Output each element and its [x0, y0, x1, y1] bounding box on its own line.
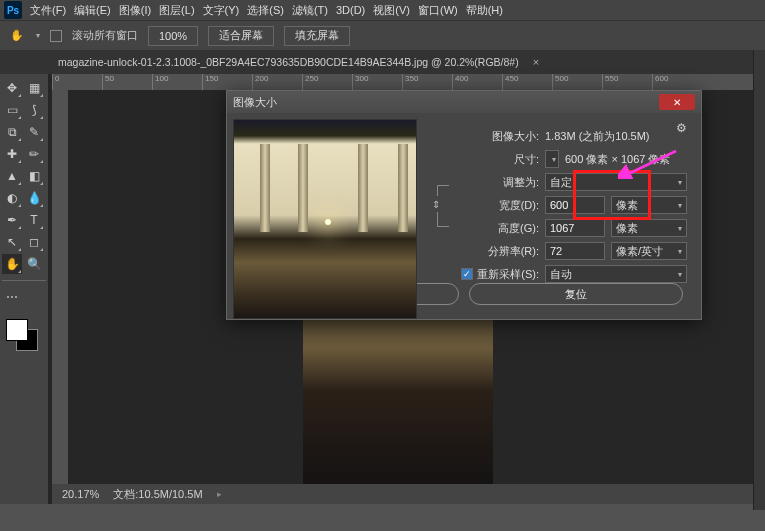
menu-help[interactable]: 帮助(H)	[466, 3, 503, 18]
healing-tool[interactable]: ✚	[2, 144, 22, 164]
menu-edit[interactable]: 编辑(E)	[74, 3, 111, 18]
stamp-tool[interactable]: ▲	[2, 166, 22, 186]
menu-window[interactable]: 窗口(W)	[418, 3, 458, 18]
collapsed-panels[interactable]	[753, 50, 765, 510]
foreground-color[interactable]	[6, 319, 28, 341]
options-bar: ✋ ▾ 滚动所有窗口 100% 适合屏幕 填充屏幕	[0, 20, 765, 50]
dimensions-unit-dropdown[interactable]: ▾	[545, 150, 559, 168]
menu-file[interactable]: 文件(F)	[30, 3, 66, 18]
dialog-close-button[interactable]: ✕	[659, 94, 695, 110]
marquee-tool[interactable]: ▭	[2, 100, 22, 120]
height-unit-select[interactable]: 像素▾	[611, 219, 687, 237]
resample-select[interactable]: 自动▾	[545, 265, 687, 283]
shape-tool[interactable]: ◻	[24, 232, 44, 252]
scroll-all-checkbox[interactable]	[50, 30, 62, 42]
eraser-tool[interactable]: ◧	[24, 166, 44, 186]
menu-3d[interactable]: 3D(D)	[336, 4, 365, 16]
hand-tool-icon: ✋	[8, 27, 26, 45]
blur-tool[interactable]: 💧	[24, 188, 44, 208]
pen-tool[interactable]: ✒	[2, 210, 22, 230]
menu-layer[interactable]: 图层(L)	[159, 3, 194, 18]
document-tab-bar: magazine-unlock-01-2.3.1008-_0BF29A4EC79…	[0, 50, 765, 74]
menu-type[interactable]: 文字(Y)	[203, 3, 240, 18]
color-swatches[interactable]	[2, 317, 42, 357]
dialog-title: 图像大小	[233, 95, 277, 110]
gear-icon[interactable]: ⚙	[676, 121, 687, 135]
image-size-dialog: 图像大小 ✕ ⚙ 图像大小: 1.83M (之前为10.5M) 尺寸: ▾ 60…	[226, 90, 702, 320]
menu-image[interactable]: 图像(I)	[119, 3, 151, 18]
reset-button[interactable]: 复位	[469, 283, 683, 305]
eyedropper-tool[interactable]: ✎	[24, 122, 44, 142]
width-unit-select[interactable]: 像素▾	[611, 196, 687, 214]
status-doc-size[interactable]: 文档:10.5M/10.5M	[113, 487, 202, 502]
fill-screen-button[interactable]: 填充屏幕	[284, 26, 350, 46]
resolution-input[interactable]	[545, 242, 605, 260]
document-tab[interactable]: magazine-unlock-01-2.3.1008-_0BF29A4EC79…	[58, 56, 519, 68]
brush-tool[interactable]: ✏	[24, 144, 44, 164]
menubar: Ps 文件(F) 编辑(E) 图像(I) 图层(L) 文字(Y) 选择(S) 滤…	[0, 0, 765, 20]
ps-logo: Ps	[4, 1, 22, 19]
status-zoom[interactable]: 20.17%	[62, 488, 99, 500]
vertical-ruler	[52, 90, 68, 504]
menu-select[interactable]: 选择(S)	[247, 3, 284, 18]
type-tool[interactable]: T	[24, 210, 44, 230]
dimensions-label: 尺寸:	[427, 152, 545, 167]
move-tool[interactable]: ✥	[2, 78, 22, 98]
menu-filter[interactable]: 滤镜(T)	[292, 3, 328, 18]
width-input[interactable]	[545, 196, 605, 214]
resolution-label: 分辨率(R):	[427, 244, 545, 259]
resolution-unit-select[interactable]: 像素/英寸▾	[611, 242, 687, 260]
height-input[interactable]	[545, 219, 605, 237]
constrain-proportions-icon[interactable]: ⇕	[429, 196, 443, 212]
dimensions-value: 600 像素 × 1067 像素	[565, 152, 670, 167]
resample-label: 重新采样(S):	[477, 267, 539, 282]
menu-view[interactable]: 视图(V)	[373, 3, 410, 18]
status-bar: 20.17% 文档:10.5M/10.5M ▸	[52, 484, 765, 504]
image-size-label: 图像大小:	[427, 129, 545, 144]
gradient-tool[interactable]: ◐	[2, 188, 22, 208]
image-preview	[233, 119, 417, 319]
status-flyout-icon[interactable]: ▸	[217, 489, 222, 499]
crop-tool[interactable]: ⧉	[2, 122, 22, 142]
fit-screen-button[interactable]: 适合屏幕	[208, 26, 274, 46]
dialog-titlebar[interactable]: 图像大小 ✕	[227, 91, 701, 113]
resample-checkbox[interactable]: ✓	[461, 268, 473, 280]
edit-toolbar[interactable]: ⋯	[2, 287, 22, 307]
artboard-tool[interactable]: ▦	[24, 78, 44, 98]
horizontal-ruler: 050100 150200250 300350400 450500550 600	[52, 74, 765, 90]
path-tool[interactable]: ↖	[2, 232, 22, 252]
tab-close-icon[interactable]: ×	[533, 56, 539, 68]
hand-tool[interactable]: ✋	[2, 254, 22, 274]
image-size-value: 1.83M (之前为10.5M)	[545, 129, 650, 144]
lasso-tool[interactable]: ⟆	[24, 100, 44, 120]
scroll-all-label: 滚动所有窗口	[72, 28, 138, 43]
fit-to-select[interactable]: 自定▾	[545, 173, 687, 191]
zoom-100-button[interactable]: 100%	[148, 26, 198, 46]
tool-preset-dropdown[interactable]: ▾	[36, 31, 40, 40]
tools-panel: ✥ ▦ ▭ ⟆ ⧉ ✎ ✚ ✏ ▲ ◧ ◐ 💧 ✒ T ↖ ◻ ✋ 🔍 ⋯	[0, 74, 48, 504]
zoom-tool[interactable]: 🔍	[24, 254, 44, 274]
